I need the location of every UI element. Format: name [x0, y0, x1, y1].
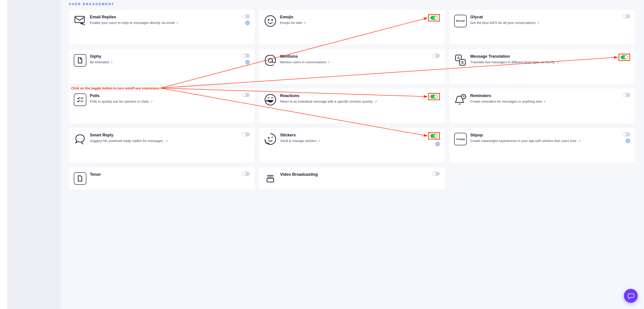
sidebar-placeholder — [7, 0, 61, 309]
card-desc: Get the best GIFS for all your conversat… — [470, 20, 630, 25]
checklist-icon — [74, 94, 86, 106]
svg-text:文: 文 — [461, 60, 464, 64]
card-polls: Polls Polls to quickly ask for opinions … — [69, 88, 255, 124]
gear-icon[interactable] — [245, 20, 250, 26]
toggle-message-translation[interactable] — [620, 55, 628, 59]
external-link-icon[interactable]: ↗ — [318, 139, 320, 143]
external-link-icon[interactable]: ↗ — [374, 100, 377, 104]
svg-point-16 — [268, 138, 269, 138]
card-title: Gfycat — [470, 15, 630, 20]
card-title: Stickers — [280, 133, 440, 138]
card-desc: Enable your users to reply to messages d… — [90, 20, 249, 25]
card-tenor: Tenor — [69, 167, 255, 190]
chat-arrow-icon — [74, 133, 86, 145]
card-title: Polls — [90, 94, 249, 98]
card-smart-reply: Smart Reply Suggest ML-powered ready rep… — [69, 128, 255, 163]
svg-text:A: A — [457, 56, 460, 60]
card-desc: Create reminders for messages or anythin… — [470, 99, 630, 104]
gear-icon[interactable] — [626, 139, 630, 144]
card-title: Stipop — [470, 133, 630, 138]
smiley-icon — [264, 15, 276, 27]
card-desc: Translate text messages in different lan… — [470, 60, 630, 64]
toggle-email-replies[interactable] — [242, 14, 250, 18]
gear-icon[interactable] — [245, 60, 250, 65]
left-gutter — [0, 0, 7, 309]
card-giphy: Giphy Be Animated↗ — [69, 49, 255, 84]
card-desc: React to an individual message with a sp… — [280, 99, 440, 104]
card-title: Giphy — [90, 54, 249, 59]
svg-point-6 — [268, 58, 272, 62]
external-link-icon[interactable]: ↗ — [543, 100, 546, 104]
toggle-gfycat[interactable] — [622, 14, 630, 18]
card-title: Smart Reply — [90, 133, 249, 138]
svg-point-4 — [272, 20, 272, 20]
toggle-polls[interactable] — [242, 93, 250, 97]
card-title: Emojis — [280, 15, 440, 20]
card-message-translation: A文 Message Translation Translate text me… — [449, 49, 635, 84]
card-desc: Be Animated↗ — [90, 60, 249, 64]
toggle-stickers[interactable] — [430, 134, 438, 138]
card-desc: Emojis for web↗ — [280, 20, 440, 25]
annotation-highlight-box — [428, 93, 440, 100]
card-desc: Suggest ML-powered ready replies for mes… — [90, 138, 249, 143]
svg-point-1 — [247, 22, 248, 24]
external-link-icon[interactable]: ↗ — [578, 139, 581, 143]
svg-point-13 — [265, 94, 276, 105]
card-mentions: Mentions Mention users in conversations↗ — [259, 49, 445, 84]
card-title: Message Translation — [470, 54, 630, 59]
svg-point-3 — [268, 20, 269, 20]
toggle-smart-reply[interactable] — [242, 132, 250, 136]
external-link-icon[interactable]: ↗ — [110, 60, 113, 64]
svg-rect-0 — [75, 16, 84, 22]
svg-point-14 — [266, 100, 267, 102]
svg-point-18 — [628, 140, 628, 142]
toggle-reminders[interactable] — [622, 93, 630, 97]
envelope-reply-icon — [74, 15, 86, 27]
svg-rect-19 — [267, 178, 274, 182]
svg-point-2 — [265, 16, 276, 26]
toggle-tenor[interactable] — [242, 172, 250, 176]
annotation-highlight-box — [428, 132, 440, 140]
gear-icon[interactable] — [435, 142, 440, 147]
toggle-emojis[interactable] — [430, 16, 438, 20]
toggle-giphy[interactable] — [242, 54, 250, 58]
external-link-icon[interactable]: ↗ — [176, 21, 178, 25]
external-link-icon[interactable]: ↗ — [150, 100, 153, 104]
card-title: Reminders — [470, 94, 630, 98]
card-stipop: stipop Stipop Create meaningful experien… — [449, 128, 635, 163]
card-reactions: Reactions React to an individual message… — [259, 88, 445, 124]
file-icon — [74, 54, 86, 67]
card-desc: Send & manage stickers↗ — [280, 138, 440, 143]
annotation-highlight-box — [428, 14, 440, 22]
external-link-icon[interactable]: ↗ — [328, 60, 330, 64]
section-title: USER ENGAGEMENT — [69, 2, 635, 6]
card-emojis: Emojis Emojis for web↗ — [259, 10, 445, 45]
broadcast-icon — [264, 172, 276, 185]
external-link-icon[interactable]: ↗ — [304, 21, 306, 25]
card-desc: Create meaningful experiences in your ap… — [470, 138, 630, 143]
external-link-icon[interactable]: ↗ — [537, 21, 539, 25]
svg-point-17 — [437, 144, 438, 145]
stipop-logo-icon: stipop — [454, 133, 467, 145]
external-link-icon[interactable]: ↗ — [165, 139, 168, 143]
card-title: Mentions — [280, 54, 440, 59]
card-email-replies: Email Replies Enable your users to reply… — [69, 10, 255, 45]
card-title: Video Broadcasting — [280, 172, 440, 177]
card-video-broadcasting: Video Broadcasting — [259, 167, 445, 190]
translate-icon: A文 — [454, 54, 467, 67]
svg-point-5 — [247, 62, 248, 63]
file-icon — [74, 172, 86, 185]
card-reminders: Reminders Create reminders for messages … — [449, 88, 635, 124]
toggle-stipop[interactable] — [622, 132, 630, 136]
card-title: Reactions — [280, 94, 440, 98]
main-content: USER ENGAGEMENT Email Replies Enable you… — [61, 0, 644, 309]
card-title: Tenor — [90, 172, 249, 177]
card-gfycat: 9FYCAT Gfycat Get the best GIFS for all … — [449, 10, 635, 45]
toggle-reactions[interactable] — [430, 94, 438, 98]
chat-widget-button[interactable] — [624, 289, 638, 303]
wink-sticker-icon — [264, 133, 276, 145]
toggle-video-broadcasting[interactable] — [432, 172, 440, 176]
card-desc: Polls to quickly ask for opinions in cha… — [90, 99, 249, 104]
toggle-mentions[interactable] — [432, 54, 440, 58]
external-link-icon[interactable]: ↗ — [556, 60, 559, 64]
